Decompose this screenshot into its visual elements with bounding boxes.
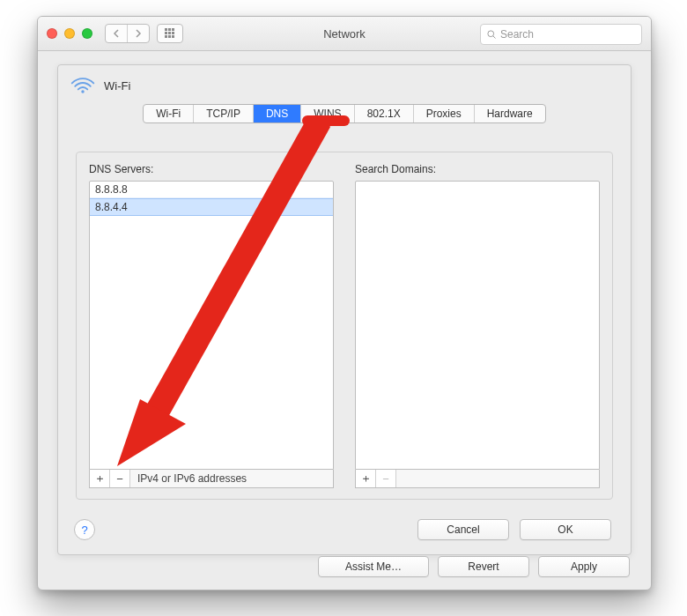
sheet-header: Wi-Fi (58, 65, 631, 100)
tab-wins[interactable]: WINS (301, 105, 354, 122)
dns-panel: DNS Servers: 8.8.8.8 8.8.4.4 ＋ − (76, 152, 613, 500)
search-icon (486, 29, 497, 40)
search-domains-label: Search Domains: (355, 163, 600, 175)
dns-entry[interactable]: 8.8.4.4 (90, 198, 333, 216)
cancel-button[interactable]: Cancel (417, 519, 509, 540)
remove-dns-button[interactable]: − (110, 470, 130, 487)
tab-8021x[interactable]: 802.1X (355, 105, 414, 122)
assist-me-button[interactable]: Assist Me… (318, 556, 429, 577)
chevron-left-icon (113, 29, 120, 38)
connection-name: Wi-Fi (104, 79, 130, 93)
forward-button[interactable] (127, 25, 149, 42)
apply-button[interactable]: Apply (538, 556, 630, 577)
search-field[interactable]: Search (480, 24, 642, 45)
advanced-sheet: Wi-Fi Wi-Fi TCP/IP DNS WINS 802.1X Proxi… (57, 64, 632, 555)
plus-icon: ＋ (94, 471, 106, 486)
chevron-right-icon (135, 29, 142, 38)
add-dns-button[interactable]: ＋ (90, 470, 110, 487)
dns-hint: IPv4 or IPv6 addresses (137, 472, 247, 485)
help-button[interactable]: ? (74, 519, 95, 540)
remove-search-domain-button[interactable]: − (376, 470, 396, 487)
tab-proxies[interactable]: Proxies (414, 105, 475, 122)
nav-back-forward (105, 24, 150, 43)
tab-dns[interactable]: DNS (254, 105, 301, 122)
network-preferences-window: Network Search Wi-Fi Wi-Fi TCP (37, 16, 652, 590)
svg-point-2 (81, 90, 85, 93)
dns-list-footer: ＋ − IPv4 or IPv6 addresses (89, 470, 334, 488)
wifi-icon (70, 76, 95, 95)
plus-icon: ＋ (360, 471, 372, 486)
zoom-window-button[interactable] (82, 28, 92, 39)
search-domains-list[interactable] (355, 181, 600, 470)
svg-point-0 (488, 31, 494, 37)
minus-icon: − (116, 472, 123, 486)
tab-wifi[interactable]: Wi-Fi (144, 105, 194, 122)
dns-entry[interactable]: 8.8.8.8 (90, 182, 333, 198)
search-domains-column: Search Domains: ＋ − (355, 163, 600, 488)
dns-servers-label: DNS Servers: (89, 163, 334, 175)
minus-icon: − (382, 472, 389, 486)
grid-icon (165, 28, 175, 39)
help-icon: ? (81, 523, 87, 537)
tab-hardware[interactable]: Hardware (475, 105, 545, 122)
close-window-button[interactable] (47, 28, 57, 39)
dns-servers-list[interactable]: 8.8.8.8 8.8.4.4 (89, 181, 334, 470)
search-domains-footer: ＋ − (355, 470, 600, 488)
sheet-buttons: Cancel OK (417, 519, 611, 540)
show-all-button[interactable] (157, 24, 183, 43)
svg-line-1 (493, 36, 496, 39)
search-placeholder: Search (500, 28, 534, 41)
add-search-domain-button[interactable]: ＋ (356, 470, 376, 487)
window-controls (47, 28, 92, 39)
tabstrip: Wi-Fi TCP/IP DNS WINS 802.1X Proxies Har… (143, 104, 545, 123)
back-button[interactable] (106, 25, 127, 42)
tabs: Wi-Fi TCP/IP DNS WINS 802.1X Proxies Har… (58, 104, 631, 123)
minimize-window-button[interactable] (64, 28, 75, 39)
tab-tcpip[interactable]: TCP/IP (194, 105, 254, 122)
window-bottom-buttons: Assist Me… Revert Apply (318, 556, 630, 577)
ok-button[interactable]: OK (520, 519, 611, 540)
revert-button[interactable]: Revert (438, 556, 529, 577)
titlebar: Network Search (38, 17, 651, 51)
dns-servers-column: DNS Servers: 8.8.8.8 8.8.4.4 ＋ − (89, 163, 334, 488)
